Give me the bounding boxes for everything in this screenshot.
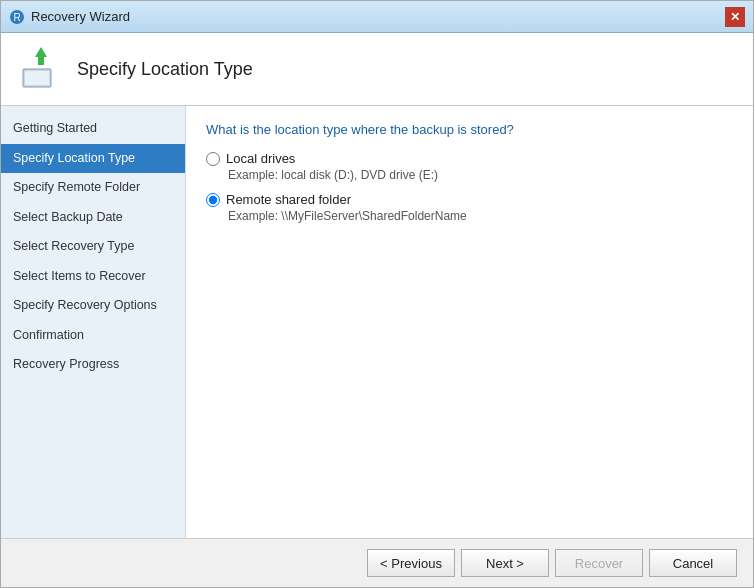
- sidebar-item-select-recovery-type[interactable]: Select Recovery Type: [1, 232, 185, 262]
- titlebar-left: R Recovery Wizard: [9, 9, 130, 25]
- svg-marker-4: [35, 47, 47, 65]
- sidebar-item-recovery-progress[interactable]: Recovery Progress: [1, 350, 185, 380]
- close-button[interactable]: ✕: [725, 7, 745, 27]
- sidebar-item-confirmation[interactable]: Confirmation: [1, 321, 185, 351]
- sidebar-item-select-items-to-recover[interactable]: Select Items to Recover: [1, 262, 185, 292]
- radio-local-drives-label[interactable]: Local drives: [226, 151, 295, 166]
- header-title: Specify Location Type: [77, 59, 253, 80]
- header-panel: Specify Location Type: [1, 33, 753, 106]
- recovery-wizard-window: R Recovery Wizard ✕ Specify Location Typ…: [0, 0, 754, 588]
- recover-button[interactable]: Recover: [555, 549, 643, 577]
- sidebar-item-specify-recovery-options[interactable]: Specify Recovery Options: [1, 291, 185, 321]
- header-icon: [17, 45, 65, 93]
- radio-local-drives-example: Example: local disk (D:), DVD drive (E:): [228, 168, 733, 182]
- sidebar-item-specify-location-type[interactable]: Specify Location Type: [1, 144, 185, 174]
- main-content: What is the location type where the back…: [186, 106, 753, 538]
- radio-remote-shared-folder-label[interactable]: Remote shared folder: [226, 192, 351, 207]
- radio-remote-shared-folder-example: Example: \\MyFileServer\SharedFolderName: [228, 209, 733, 223]
- radio-local-drives[interactable]: [206, 152, 220, 166]
- radio-option-local-drives: Local drives Example: local disk (D:), D…: [206, 151, 733, 182]
- titlebar-title: Recovery Wizard: [31, 9, 130, 24]
- titlebar-app-icon: R: [9, 9, 25, 25]
- next-button[interactable]: Next >: [461, 549, 549, 577]
- radio-remote-shared-folder[interactable]: [206, 193, 220, 207]
- sidebar: Getting Started Specify Location Type Sp…: [1, 106, 186, 538]
- footer: < Previous Next > Recover Cancel: [1, 538, 753, 587]
- radio-option-remote-shared-folder: Remote shared folder Example: \\MyFileSe…: [206, 192, 733, 223]
- sidebar-item-getting-started[interactable]: Getting Started: [1, 114, 185, 144]
- cancel-button[interactable]: Cancel: [649, 549, 737, 577]
- sidebar-item-specify-remote-folder[interactable]: Specify Remote Folder: [1, 173, 185, 203]
- titlebar: R Recovery Wizard ✕: [1, 1, 753, 33]
- sidebar-item-select-backup-date[interactable]: Select Backup Date: [1, 203, 185, 233]
- question-text: What is the location type where the back…: [206, 122, 733, 137]
- content-area: Getting Started Specify Location Type Sp…: [1, 106, 753, 538]
- previous-button[interactable]: < Previous: [367, 549, 455, 577]
- radio-group: Local drives Example: local disk (D:), D…: [206, 151, 733, 223]
- svg-rect-3: [25, 71, 49, 85]
- svg-text:R: R: [13, 12, 20, 23]
